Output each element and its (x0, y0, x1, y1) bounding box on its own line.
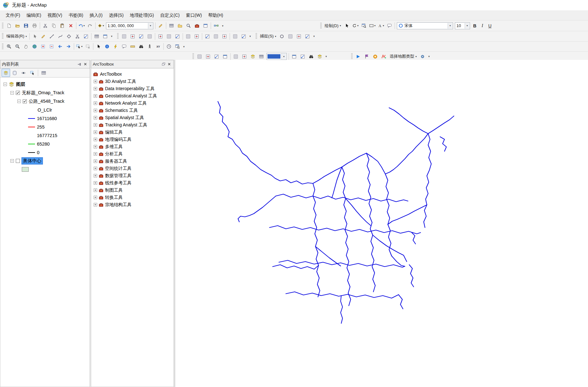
menu-1[interactable]: 文件(F) (3, 11, 23, 20)
line-symbol[interactable] (28, 118, 35, 119)
toolbox-item[interactable]: +宗地结构工具 (93, 201, 173, 208)
toolbar-grip[interactable] (2, 33, 3, 39)
list-by-source-button[interactable] (10, 69, 19, 77)
toolbar-overflow-button[interactable]: ▾ (220, 22, 225, 30)
pin-icon[interactable] (77, 61, 82, 67)
tool-button[interactable] (290, 52, 298, 61)
font-size-combobox[interactable]: 10▾ (455, 22, 470, 29)
snap-tool-button[interactable] (65, 32, 73, 40)
toolbar-overflow-button[interactable]: ▾ (182, 43, 186, 50)
tool-button[interactable] (212, 52, 221, 61)
toolbar-grip[interactable] (351, 53, 353, 60)
print-button[interactable] (30, 22, 39, 30)
topology-tool-button[interactable] (137, 32, 145, 40)
underline-button[interactable]: U (486, 22, 494, 30)
topology-tool-button[interactable] (184, 32, 192, 40)
menu-7[interactable]: 地理处理(G) (127, 11, 157, 20)
toolbox-item[interactable]: +服务器工具 (93, 158, 173, 165)
fill-symbol-swatch[interactable] (22, 167, 29, 172)
locate-tool-button[interactable] (371, 52, 379, 61)
toolbox-item[interactable]: +空间统计工具 (93, 165, 173, 172)
expand-icon[interactable]: + (94, 181, 97, 185)
open-button[interactable] (13, 22, 22, 30)
html-popup-button[interactable] (120, 43, 128, 51)
expand-icon[interactable]: + (94, 94, 97, 98)
topology-tool-button[interactable] (156, 32, 165, 40)
layer2-label[interactable]: 公路_4548_Track (29, 98, 64, 104)
toc-options-button[interactable] (39, 69, 48, 77)
snap-point-button[interactable] (278, 32, 286, 40)
settings-button[interactable] (418, 52, 427, 61)
copy-button[interactable] (50, 22, 58, 30)
fixed-zoom-in-button[interactable] (39, 43, 47, 51)
menu-8[interactable]: 自定义(C) (157, 11, 183, 20)
collapse-icon[interactable]: − (10, 159, 14, 163)
topology-tool-button[interactable] (231, 32, 239, 40)
toolbar-grip[interactable] (2, 43, 3, 50)
new-rectangle-button[interactable]: ▾ (368, 22, 377, 30)
toolbox-item[interactable]: +Data Interoperability 工具 (93, 85, 173, 92)
find-button[interactable] (137, 43, 145, 51)
table-of-contents-button[interactable] (167, 22, 176, 30)
toolbox-item[interactable]: +分析工具 (93, 150, 173, 158)
save-button[interactable] (22, 22, 30, 30)
toolbox-item[interactable]: +Geostatistical Analyst 工具 (93, 92, 173, 100)
tool-button[interactable] (315, 52, 324, 61)
expand-icon[interactable]: + (94, 87, 97, 90)
zoom-window-button[interactable] (360, 22, 368, 30)
play-tool-button[interactable] (354, 52, 362, 61)
redo-button[interactable] (86, 22, 94, 30)
value-combobox[interactable]: ▾ (267, 53, 287, 60)
list-by-visibility-button[interactable] (19, 69, 28, 77)
menu-9[interactable]: 窗口(W) (183, 11, 205, 20)
toolbar-grip[interactable] (117, 33, 119, 39)
snapping-menu[interactable]: 捕捉(S)▾ (258, 32, 278, 40)
dropdown-arrow-icon[interactable]: ▾ (448, 23, 452, 29)
menu-4[interactable]: 书签(B) (65, 11, 86, 20)
toolbox-item[interactable]: +Network Analyst 工具 (93, 100, 173, 107)
topology-tool-button[interactable] (212, 32, 220, 40)
toolbar-overflow-button[interactable]: ▾ (109, 32, 114, 40)
expand-icon[interactable]: + (94, 174, 97, 177)
snap-edge-button[interactable] (303, 32, 312, 40)
layer3-label[interactable]: 奥体中心 (22, 158, 43, 164)
layers-root-label[interactable]: 图层 (16, 81, 25, 87)
catalog-button[interactable] (176, 22, 184, 30)
next-extent-button[interactable] (64, 43, 73, 51)
tool-button[interactable] (221, 52, 229, 61)
topology-tool-button[interactable] (220, 32, 229, 40)
toolbox-item[interactable]: +地理编码工具 (93, 136, 173, 143)
go-to-xy-button[interactable]: XY (154, 43, 162, 51)
search-button[interactable] (184, 22, 193, 30)
layer1-checkbox[interactable] (16, 91, 20, 95)
toolbar-grip[interactable] (2, 23, 3, 29)
modelbuilder-button[interactable] (212, 22, 220, 30)
select-features-button[interactable]: ▾ (75, 43, 84, 51)
tool-button[interactable] (240, 52, 249, 61)
layer3-checkbox[interactable] (16, 159, 20, 163)
editor-toolbar-toggle-button[interactable] (156, 22, 165, 30)
collapse-icon[interactable]: − (3, 83, 7, 86)
menu-3[interactable]: 视图(V) (44, 11, 66, 20)
undo-button[interactable]: ▾ (77, 22, 86, 30)
menu-6[interactable]: 选择(S) (106, 11, 127, 20)
attributes-button[interactable] (92, 32, 101, 40)
toolbar-overflow-button[interactable]: ▾ (427, 53, 431, 60)
menu-5[interactable]: 插入(I) (86, 11, 106, 20)
close-icon[interactable] (82, 61, 88, 67)
clear-selection-button[interactable] (84, 43, 92, 51)
toolbox-item[interactable]: +Spatial Analyst 工具 (93, 114, 173, 121)
expand-icon[interactable]: + (94, 80, 97, 83)
dropdown-arrow-icon[interactable]: ▾ (148, 23, 153, 29)
list-by-drawing-order-button[interactable] (2, 69, 10, 77)
flag-tool-button[interactable] (362, 52, 371, 61)
find-route-button[interactable] (145, 43, 154, 51)
layer2-checkbox[interactable] (23, 99, 27, 103)
line-tool-button[interactable] (48, 32, 56, 40)
expand-icon[interactable]: + (94, 130, 97, 134)
toolbox-item[interactable]: +多维工具 (93, 143, 173, 150)
arctoolbox-button[interactable] (193, 22, 201, 30)
bold-button[interactable]: B (471, 22, 479, 30)
tool-button[interactable] (232, 52, 240, 61)
editor-menu[interactable]: 编辑器(R)▾ (5, 32, 28, 40)
